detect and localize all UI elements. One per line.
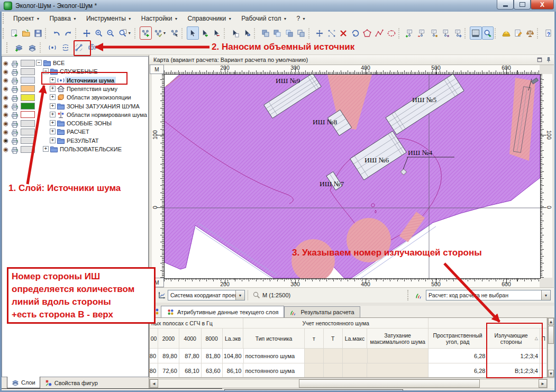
copy-with-base-button[interactable] (271, 26, 284, 40)
layer-color-swatch[interactable] (21, 68, 35, 75)
minimize-button[interactable] (497, 0, 514, 10)
column-header[interactable]: Т (324, 329, 343, 349)
tree-item[interactable]: ◉−ВСЕ (2, 59, 148, 67)
tree-item-label[interactable]: РЕЗУЛЬТАТ (65, 137, 100, 144)
draw-polygon-button[interactable] (361, 26, 373, 40)
panel-pin-button[interactable] (545, 57, 552, 63)
printer-icon[interactable] (11, 129, 19, 135)
visibility-eye-icon[interactable]: ◉ (2, 85, 10, 92)
printer-icon[interactable] (11, 77, 19, 84)
select-by-layer-button[interactable] (229, 26, 241, 40)
layer-color-swatch[interactable] (21, 94, 35, 101)
tree-expand-icon[interactable]: + (50, 103, 56, 109)
close-button[interactable]: X (531, 0, 554, 10)
menu-item[interactable]: Правка▼ (44, 13, 81, 24)
maximize-button[interactable] (514, 0, 531, 10)
panel-tab-layers[interactable]: Слои (7, 377, 40, 388)
column-header[interactable]: 2000 (158, 329, 179, 349)
visibility-eye-icon[interactable]: ◉ (2, 103, 10, 110)
edit-properties-button[interactable] (512, 26, 524, 40)
tree-expand-icon[interactable]: + (50, 86, 56, 92)
column-header[interactable]: 8000 (202, 329, 223, 349)
menu-item[interactable]: Рабочий стол▼ (236, 13, 291, 24)
column-header[interactable]: Пространственный угол, рад (429, 329, 488, 349)
printer-icon[interactable] (11, 137, 19, 144)
tree-expand-icon[interactable]: + (50, 112, 56, 117)
calc-point-add-button[interactable] (404, 26, 416, 40)
visibility-eye-icon[interactable]: ◉ (2, 146, 10, 153)
visibility-eye-icon[interactable]: ◉ (2, 60, 10, 67)
scroll-left-icon[interactable]: ◄ (150, 379, 158, 388)
delete-figure-button[interactable] (338, 26, 350, 40)
scroll-up-icon[interactable]: ▲ (548, 318, 554, 325)
zoom-extent-button[interactable]: ▼ (116, 26, 133, 40)
tree-expand-icon[interactable]: + (50, 120, 56, 126)
printer-icon[interactable] (11, 60, 19, 67)
redo-button[interactable] (62, 26, 75, 40)
menu-item[interactable]: Настройки▼ (136, 13, 183, 24)
draw-ellipse-button[interactable] (385, 26, 397, 40)
tree-expand-icon[interactable]: + (43, 146, 49, 152)
column-header[interactable]: 4000 (179, 329, 202, 349)
tree-item-label[interactable]: ЗОНЫ ЗАТУХАНИЯ ШУМА (65, 103, 141, 110)
visibility-eye-icon[interactable]: ◉ (2, 68, 10, 75)
calc-point-move-button[interactable] (451, 26, 463, 40)
help-document-button[interactable]: ? (543, 26, 555, 40)
column-header[interactable]: 00 (150, 329, 158, 349)
menu-item[interactable]: Инструменты▼ (81, 13, 136, 24)
zoom-out-button[interactable] (105, 26, 117, 40)
printer-icon[interactable] (11, 103, 19, 110)
dropdown-arrow-icon[interactable]: ▼ (541, 290, 550, 300)
menu-item[interactable]: Проект▼ (8, 13, 44, 24)
column-header[interactable]: Затухание максимального шума (367, 329, 429, 349)
layer-color-swatch[interactable] (21, 103, 35, 110)
layer-color-swatch[interactable] (21, 129, 35, 135)
printer-icon[interactable] (11, 94, 19, 101)
visibility-eye-icon[interactable]: ◉ (2, 137, 10, 144)
tree-item[interactable]: ◉+Области звукоизоляции (2, 93, 148, 102)
select-add-button[interactable] (199, 26, 211, 40)
scroll-right-icon[interactable]: ► (539, 379, 547, 388)
tree-item-label[interactable]: Области звукоизоляции (65, 94, 133, 101)
open-project-button[interactable] (20, 26, 32, 40)
scales-button[interactable] (524, 26, 536, 40)
zoom-in-button[interactable] (93, 26, 105, 40)
column-header[interactable]: Тип источника (243, 329, 305, 349)
select-button[interactable] (187, 26, 199, 40)
calc-point-remove-button[interactable] (416, 26, 428, 40)
construction-button[interactable] (500, 26, 513, 40)
tab-attributes[interactable]: Атрибутивные данные текущего слоя (161, 306, 284, 317)
printer-icon[interactable] (11, 120, 19, 127)
column-header[interactable]: La.экв (223, 329, 244, 349)
save-project-button[interactable] (32, 26, 44, 40)
tree-expand-icon[interactable]: + (50, 94, 56, 100)
duplicate-figure-button[interactable] (295, 26, 307, 40)
add-layer-button[interactable] (12, 41, 25, 54)
select-remove-button[interactable] (211, 26, 223, 40)
zoom-selection-button[interactable] (482, 26, 494, 40)
calculation-select[interactable]: Расчет: код расчета не выбран ▼ (426, 290, 551, 300)
transform-figure-button[interactable] (350, 26, 362, 40)
calc-point-2-button[interactable] (440, 26, 452, 40)
column-header[interactable]: т (305, 329, 324, 349)
tree-item-label[interactable]: Области нормирования шума (65, 111, 149, 118)
tree-item[interactable]: ◉+Области нормирования шума (2, 111, 148, 119)
table-horizontal-scrollbar[interactable]: ◄ ► (149, 379, 548, 388)
scroll-thumb[interactable] (299, 379, 480, 388)
tree-item[interactable]: ◉+РАСЧЕТ (2, 127, 148, 136)
pick-figure-button[interactable] (168, 26, 180, 40)
coordinate-system-select[interactable]: Система координат проекта ▼ (168, 290, 245, 300)
scroll-down-icon[interactable]: ▼ (548, 370, 554, 377)
printer-icon[interactable] (11, 85, 19, 92)
menu-item[interactable]: ?▼ (291, 13, 311, 24)
tree-expand-icon[interactable]: + (50, 138, 56, 143)
tree-expand-icon[interactable]: − (36, 60, 42, 66)
printer-icon[interactable] (11, 111, 19, 118)
point-source-button[interactable] (45, 41, 59, 54)
linear-source-button[interactable] (59, 41, 72, 54)
column-header[interactable]: La.макс (343, 329, 368, 349)
tree-item[interactable]: ◉+ПОЛЬЗОВАТЕЛЬСКИЕ (2, 145, 148, 153)
printer-icon[interactable] (11, 68, 19, 75)
layer-color-swatch[interactable] (21, 146, 35, 153)
tree-item-label[interactable]: РАСЧЕТ (65, 128, 91, 135)
